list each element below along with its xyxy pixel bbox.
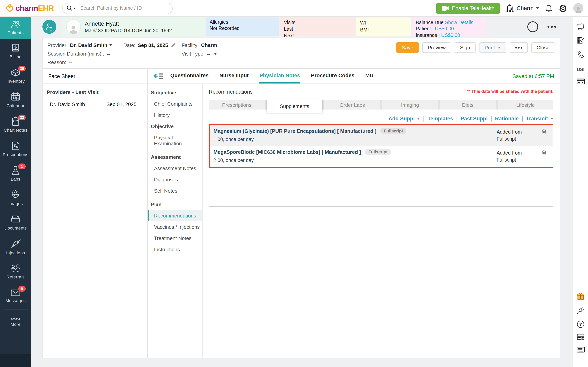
show-details-link[interactable]: Show Details (445, 20, 473, 25)
visit-type-label: Visit Type: (182, 51, 205, 57)
trash-icon (542, 150, 546, 156)
supplement-source: Added from Fullscript (497, 149, 534, 164)
sidebar-item-calendar[interactable]: 12 Calendar (0, 88, 31, 112)
sidebar-item-labs[interactable]: 1 Labs (0, 161, 31, 186)
sidebar-item-referrals[interactable]: Referrals (0, 259, 31, 284)
edit-date-pencil-icon[interactable] (171, 42, 176, 48)
templates-link[interactable]: Templates (428, 116, 453, 122)
print-button[interactable]: Print (479, 42, 506, 53)
add-suppl-button[interactable]: Add Suppl (389, 116, 420, 122)
more-actions-button[interactable] (510, 42, 528, 53)
charm-ehr-app: charmEHR Enable TeleHealth Charm (0, 0, 588, 367)
date-field[interactable]: Date: Sep 01, 2025 (123, 42, 182, 48)
nav-item-diagnoses[interactable]: Diagnoses (148, 174, 202, 185)
enable-telehealth-button[interactable]: Enable TeleHealth (436, 2, 500, 14)
sidebar-item-messages[interactable]: 9 Messages (0, 284, 31, 308)
sidebar-footer (0, 354, 31, 367)
subtab-prescriptions[interactable]: Prescriptions (209, 100, 265, 109)
nav-item-history[interactable]: History (148, 109, 202, 121)
sidebar-item-documents[interactable]: Documents (0, 210, 31, 234)
nav-item-self-notes[interactable]: Self Notes (148, 185, 202, 197)
sidebar-item-images[interactable]: Images (0, 186, 31, 210)
svg-text:?: ? (579, 322, 582, 327)
settings-gear-icon[interactable] (559, 4, 567, 12)
collapse-panel-icon[interactable] (154, 69, 164, 83)
patient-search[interactable] (62, 2, 173, 14)
sidebar-item-injections[interactable]: Injections (0, 234, 31, 259)
patient-queue-icon[interactable] (42, 20, 56, 34)
dsi-item[interactable]: DSI (573, 67, 588, 72)
preview-button[interactable]: Preview (422, 42, 451, 53)
sidebar-item-chart-notes[interactable]: 32 CC Chart Notes (0, 112, 31, 137)
facility-selector[interactable]: Charm (506, 4, 539, 12)
nav-header-plan: Plan (148, 199, 202, 210)
add-new-icon[interactable] (527, 21, 538, 32)
search-scope-caret-icon[interactable] (74, 8, 76, 9)
keyboard-icon[interactable] (573, 347, 588, 353)
close-button[interactable]: Close (531, 42, 555, 53)
logo-text-charm: charm (16, 4, 38, 13)
subtab-lifestyle[interactable]: Lifestyle (498, 100, 553, 109)
subtab-imaging[interactable]: Imaging (382, 100, 438, 109)
patient-photo (66, 19, 81, 34)
patient-banner: Annette Hyatt Male/ 33 ID:PAT0014 DOB:Ju… (42, 17, 560, 36)
banner-more-icon[interactable] (548, 26, 556, 28)
tab-procedure-codes[interactable]: Procedure Codes (311, 69, 355, 83)
delete-supplement-button[interactable] (534, 128, 550, 143)
sticky-note-icon[interactable] (573, 23, 588, 30)
nav-item-recommendations[interactable]: Recommendations (148, 210, 202, 221)
balance-card[interactable]: Balance Due Show Details Patient : US$0.… (412, 17, 486, 36)
nav-item-treatment-notes[interactable]: Treatment Notes (148, 233, 202, 244)
sidebar-item-billing[interactable]: $ Billing (0, 39, 31, 63)
integrations-plug-icon[interactable] (573, 306, 588, 314)
sidebar-item-patients[interactable]: Patients (0, 16, 31, 39)
search-input[interactable] (79, 5, 169, 11)
sign-button[interactable]: Sign (455, 42, 476, 53)
gift-rewards-icon[interactable] (573, 292, 588, 300)
provider-visit-row[interactable]: Dr. David Smith Sep 01, 2025 (47, 101, 144, 107)
supplement-row[interactable]: Magnesium (Glycinate) [PUR Pure Encapsul… (210, 125, 553, 146)
tab-nurse-input[interactable]: Nurse Input (219, 69, 249, 83)
tab-physician-notes[interactable]: Physician Notes (259, 69, 300, 83)
sidebar-item-inventory[interactable]: 35 Inventory (0, 63, 31, 88)
vitals-card[interactable]: Wt : BMI : (356, 17, 411, 36)
user-avatar[interactable] (573, 3, 583, 13)
sidebar-item-more[interactable]: More (0, 311, 31, 333)
patient-summary-card[interactable]: Annette Hyatt Male/ 33 ID:PAT0014 DOB:Ju… (62, 17, 205, 36)
subtab-diets[interactable]: Diets (440, 100, 496, 109)
layout-panels-icon[interactable] (573, 334, 588, 340)
save-button[interactable]: Save (396, 42, 419, 53)
nav-item-physical-examination[interactable]: Physical Examination (148, 132, 202, 149)
sidebar-item-prescriptions[interactable]: R Prescriptions (0, 137, 31, 161)
provider-value: Dr. David Smith (70, 42, 107, 48)
supplement-row[interactable]: MegaSporeBiotic [MIC630 Microbiome Labs]… (210, 146, 553, 167)
help-icon[interactable]: ? (573, 320, 588, 328)
nav-item-instructions[interactable]: Instructions (148, 244, 202, 255)
rationale-link[interactable]: Rationale (495, 116, 519, 122)
face-sheet-title: Face Sheet (43, 69, 148, 83)
delete-supplement-button[interactable] (534, 149, 550, 164)
visit-type-field[interactable]: Visit Type: -- (182, 51, 217, 57)
phone-icon[interactable] (573, 51, 588, 59)
transmit-button[interactable]: Transmit (526, 116, 553, 122)
subtab-supplements[interactable]: Supplements (267, 100, 322, 113)
nav-item-assessment-notes[interactable]: Assessment Notes (148, 163, 202, 174)
subtab-order-labs[interactable]: Order Labs (324, 100, 380, 109)
provider-field[interactable]: Provider: Dr. David Smith (47, 42, 123, 48)
past-suppl-link[interactable]: Past Suppl (460, 116, 488, 122)
allergies-value: Not Recorded (210, 26, 275, 31)
notifications-bell-icon[interactable] (545, 4, 553, 12)
sidebar-label: Inventory (6, 79, 25, 83)
messages-badge: 9 (18, 286, 26, 292)
provider-label: Provider: (47, 42, 68, 48)
consent-checklist-icon[interactable] (573, 36, 588, 44)
tab-mu[interactable]: MU (365, 69, 373, 83)
allergies-card[interactable]: Allergies Not Recorded (206, 17, 279, 36)
print-label: Print (484, 45, 495, 50)
visits-card[interactable]: Visits Last : Next : (280, 17, 355, 36)
payment-card-icon[interactable] (573, 78, 588, 84)
tab-questionnaires[interactable]: Questionnaires (170, 69, 209, 83)
nav-item-vaccines-injections[interactable]: Vaccines / Injections (148, 221, 202, 233)
nav-item-chief-complaints[interactable]: Chief Complaints (148, 98, 202, 109)
allergies-title: Allergies (210, 19, 275, 25)
